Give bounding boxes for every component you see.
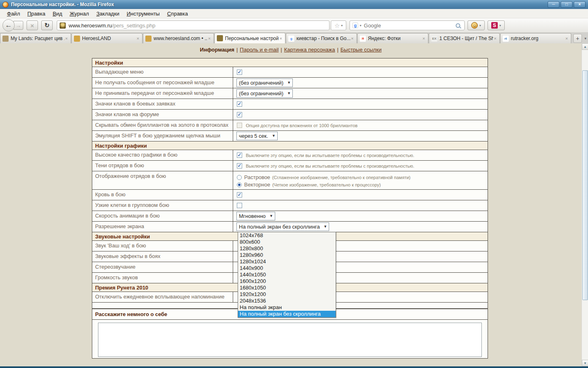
forward-button[interactable]: → bbox=[13, 21, 23, 30]
scroll-up-icon[interactable]: ▲ bbox=[582, 43, 588, 50]
checkbox-checked[interactable]: ✓ bbox=[237, 153, 242, 158]
dropdown-option[interactable]: На полный экран bbox=[238, 304, 336, 311]
dropdown-option[interactable]: На полный экран без скроллинга bbox=[238, 311, 336, 317]
select-value: На полный экран без скроллинга bbox=[239, 224, 320, 230]
nav-link[interactable]: Картинка персонажа bbox=[284, 47, 335, 53]
tab-close-icon[interactable]: × bbox=[350, 36, 354, 41]
back-button[interactable]: ← bbox=[2, 19, 15, 31]
tab-close-icon[interactable]: × bbox=[279, 36, 283, 41]
select-value: через 5 сек. bbox=[239, 133, 268, 139]
menu-item[interactable]: Правка bbox=[24, 10, 49, 18]
star-icon: ☆ bbox=[334, 22, 340, 29]
address-bar[interactable]: www.heroeswm.ru /pers_settings.php bbox=[57, 20, 330, 30]
tab[interactable]: rtrutracker.org× bbox=[500, 33, 571, 43]
dropdown-option[interactable]: 1280x960 bbox=[238, 252, 336, 258]
row-control: ✓ bbox=[233, 67, 488, 77]
dropdown-option[interactable]: 1600x1200 bbox=[238, 278, 336, 285]
scroll-down-icon[interactable]: ▼ bbox=[582, 360, 588, 366]
resolution-dropdown-list: 1024x768800x6001280x8001280x9601280x1024… bbox=[238, 232, 336, 318]
reload-button[interactable]: ↻ bbox=[41, 20, 53, 30]
menu-item[interactable]: Инструменты bbox=[123, 10, 163, 18]
menu-item[interactable]: Закладки bbox=[93, 10, 123, 18]
dropdown-option[interactable]: 1280x1024 bbox=[238, 258, 336, 265]
select-closed[interactable]: (без ограничений)▼ bbox=[236, 79, 293, 87]
radio-selected[interactable] bbox=[237, 182, 242, 187]
dropdown-option[interactable]: 1280x800 bbox=[238, 245, 336, 252]
row-label: Стереозвучание bbox=[92, 262, 233, 272]
checkbox-checked[interactable]: ✓ bbox=[237, 101, 242, 107]
radio-option[interactable]: Растровое(Сглаженное изображение, требов… bbox=[236, 174, 410, 180]
select-closed[interactable]: Мгновенно▼ bbox=[236, 212, 275, 220]
vertical-scrollbar[interactable]: ▲ ▼ bbox=[581, 43, 588, 366]
menu-item[interactable]: Файл bbox=[3, 10, 24, 18]
dropdown-option[interactable]: 1920x1200 bbox=[238, 291, 336, 298]
about-textarea[interactable] bbox=[98, 323, 482, 357]
radio-note: (Четкое изображение, требовательно к про… bbox=[272, 182, 381, 187]
tab-close-icon[interactable]: × bbox=[136, 36, 140, 41]
radio-option[interactable]: Векторное(Четкое изображение, требовател… bbox=[236, 182, 410, 188]
tab-favicon-icon: g bbox=[288, 36, 294, 42]
dropdown-option[interactable]: 2048x1536 bbox=[238, 298, 336, 304]
extension-button-monkey[interactable]: ☺ ▾ bbox=[468, 20, 485, 30]
dropdown-option[interactable]: 588x368 bbox=[238, 265, 336, 272]
select-closed[interactable]: через 5 сек.▼ bbox=[236, 132, 278, 140]
settings-row: Отображение отрядов в боюРастровое(Сглаж… bbox=[92, 171, 488, 190]
tab[interactable]: ЯЯндекс: Фотки× bbox=[357, 33, 428, 43]
extension-button-s[interactable]: S ▾ bbox=[488, 20, 505, 30]
checkbox-checked[interactable]: ✓ bbox=[237, 70, 242, 75]
dropdown-option[interactable]: 1440x1050 bbox=[238, 272, 336, 278]
tab[interactable]: My Lands: Расцвет цив ...× bbox=[0, 33, 71, 43]
checkbox-checked[interactable]: ✓ bbox=[237, 192, 242, 197]
tab[interactable]: www.heroesland.com • ...× bbox=[143, 33, 214, 43]
list-all-tabs-icon[interactable]: ▼ bbox=[583, 34, 588, 43]
settings-row: Эмуляция SHIFT в бою удержанием щелчка м… bbox=[92, 131, 488, 141]
tab[interactable]: EX1 СЕЗОН - Щит / The Sh...× bbox=[429, 33, 500, 43]
close-button[interactable]: × bbox=[574, 1, 586, 8]
menu-item[interactable]: Справка bbox=[163, 10, 192, 18]
menu-item[interactable]: Журнал bbox=[66, 10, 92, 18]
settings-row: Высокое качество графики в бою✓Выключите… bbox=[92, 150, 488, 161]
checkbox-checked[interactable]: ✓ bbox=[237, 163, 242, 168]
checkbox-checked[interactable]: ✓ bbox=[237, 112, 242, 117]
select-value: (без ограничений) bbox=[239, 90, 283, 96]
tab-close-icon[interactable]: × bbox=[565, 36, 569, 41]
maximize-button[interactable]: □ bbox=[561, 1, 572, 8]
row-label: Выпадающее меню bbox=[92, 67, 233, 77]
select-closed[interactable]: (без ограничений)▼ bbox=[236, 89, 293, 98]
menu-item[interactable]: Вид bbox=[49, 10, 66, 18]
dropdown-option[interactable]: 1680x1050 bbox=[238, 285, 336, 291]
row-label: Скорость анимации в бою bbox=[92, 211, 233, 221]
dropdown-option[interactable]: 800x600 bbox=[238, 239, 336, 245]
search-input[interactable] bbox=[363, 22, 454, 29]
row-label: Узкие клетки в групповом бою bbox=[92, 200, 233, 211]
nav-link[interactable]: Быстрые ссылки bbox=[341, 47, 382, 53]
new-tab-button[interactable]: + bbox=[573, 34, 582, 43]
chevron-down-icon: ▾ bbox=[499, 24, 501, 27]
row-label: Кровь в бою bbox=[92, 190, 233, 200]
tab-close-icon[interactable]: × bbox=[65, 36, 69, 41]
tab-active[interactable]: Персональные настрой...× bbox=[214, 33, 285, 43]
minimize-button[interactable]: ─ bbox=[548, 1, 559, 8]
row-control: На полный экран без скроллинга▼1024x7688… bbox=[233, 222, 488, 232]
radio-unselected[interactable] bbox=[237, 175, 242, 180]
scrollbar-thumb[interactable] bbox=[582, 70, 588, 300]
tab-close-icon[interactable]: × bbox=[422, 36, 426, 41]
search-box[interactable]: g ▾ bbox=[350, 20, 465, 30]
stop-button[interactable]: × bbox=[27, 20, 38, 30]
search-icon[interactable] bbox=[456, 23, 460, 28]
tab[interactable]: HeroesLAND× bbox=[71, 33, 143, 43]
tab[interactable]: gкиевстар - Поиск в Go...× bbox=[286, 33, 357, 43]
chevron-down-icon: ▼ bbox=[272, 134, 276, 138]
tab-close-icon[interactable]: × bbox=[207, 36, 212, 41]
chevron-down-icon: ▾ bbox=[360, 24, 361, 27]
dropdown-option[interactable]: 1024x768 bbox=[238, 232, 336, 239]
bookmark-star-button[interactable]: ☆ ▾ bbox=[331, 20, 346, 30]
checkbox[interactable] bbox=[237, 203, 242, 208]
row-label: Разрешение экрана bbox=[92, 222, 233, 232]
select-open[interactable]: На полный экран без скроллинга▼1024x7688… bbox=[236, 222, 329, 231]
tab-favicon-icon bbox=[145, 36, 151, 42]
control-note: Выключите эту опцию, если вы испытываете… bbox=[246, 164, 414, 168]
tab-close-icon[interactable]: × bbox=[493, 36, 497, 41]
s-logo-icon: S bbox=[491, 22, 498, 29]
nav-link[interactable]: Пароль и e-mail bbox=[240, 47, 278, 53]
